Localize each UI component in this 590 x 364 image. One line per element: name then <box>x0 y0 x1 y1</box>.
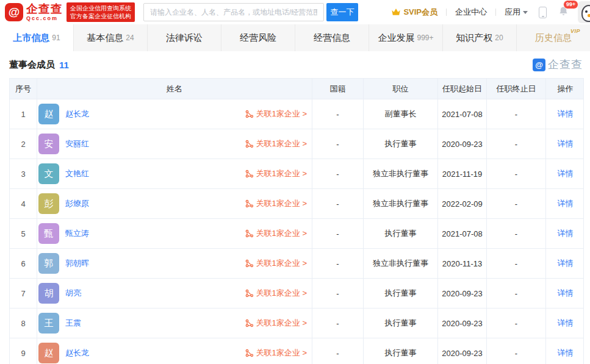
action-cell: 详情 <box>546 99 585 129</box>
top-header: @ 企查查 Qcc.com 全国企业信用查询系统 官方备案企业征信机构 查一下 … <box>0 0 590 24</box>
detail-link[interactable]: 详情 <box>558 318 574 329</box>
row-index: 3 <box>10 159 37 188</box>
end-date-cell: - <box>487 129 546 159</box>
person-name-link[interactable]: 彭燎原 <box>65 198 89 209</box>
person-name-link[interactable]: 赵长龙 <box>65 348 89 359</box>
qcc-logo[interactable]: @ 企查查 Qcc.com <box>5 3 63 21</box>
tab-business-info[interactable]: 经营信息 <box>295 24 369 51</box>
person-avatar: 胡 <box>38 283 59 304</box>
search-bar: 查一下 <box>143 3 358 21</box>
relation-label: 关联1家企业 > <box>256 348 307 359</box>
name-cell: 安安丽红关联1家企业 > <box>37 129 312 159</box>
start-date-cell: 2020-09-23 <box>438 309 487 338</box>
position-cell: 独立非执行董事 <box>364 189 438 218</box>
person-name-link[interactable]: 甄立涛 <box>65 228 89 239</box>
qcc-watermark: @ 企查查 <box>533 57 583 72</box>
end-date-cell: - <box>487 338 546 364</box>
name-cell: 甄甄立涛关联1家企业 > <box>37 219 312 248</box>
end-date-cell: - <box>487 99 546 129</box>
tab-business-risk[interactable]: 经营风险 <box>221 24 295 51</box>
svip-link[interactable]: SVIP会员 <box>391 7 437 18</box>
section-count: 11 <box>59 60 69 70</box>
relation-link[interactable]: 关联1家企业 > <box>245 168 307 179</box>
brand-name: 企查查 <box>26 3 63 15</box>
tab-listing-info[interactable]: 上市信息91 <box>0 24 74 51</box>
search-input[interactable] <box>143 3 324 21</box>
relation-link[interactable]: 关联1家企业 > <box>245 228 307 239</box>
name-cell: 赵赵长龙关联1家企业 > <box>37 99 312 129</box>
qcc-watermark-icon: @ <box>533 59 545 71</box>
tab-history-info[interactable]: 历史信息VIP <box>517 24 590 51</box>
relation-label: 关联1家企业 > <box>256 138 307 149</box>
position-cell: 执行董事 <box>364 129 438 159</box>
relation-label: 关联1家企业 > <box>256 228 307 239</box>
row-index: 4 <box>10 189 37 218</box>
tab-bar: 上市信息91基本信息24法律诉讼经营风险经营信息企业发展999+知识产权20历史… <box>0 24 590 51</box>
action-cell: 详情 <box>546 249 585 278</box>
detail-link[interactable]: 详情 <box>558 198 574 209</box>
position-cell: 执行董事 <box>364 309 438 338</box>
relation-label: 关联1家企业 > <box>256 318 307 329</box>
table-row: 1赵赵长龙关联1家企业 >-副董事长2021-07-08-详情 <box>10 99 583 129</box>
detail-link[interactable]: 详情 <box>558 109 574 120</box>
notification-bell[interactable]: 99+ <box>558 5 569 19</box>
person-name-link[interactable]: 赵长龙 <box>65 109 89 120</box>
avatar-image <box>581 5 590 22</box>
position-cell: 执行董事 <box>364 338 438 364</box>
detail-link[interactable]: 详情 <box>558 168 574 179</box>
relation-link[interactable]: 关联1家企业 > <box>245 138 307 149</box>
relation-link[interactable]: 关联1家企业 > <box>245 109 307 120</box>
table-row: 3文文艳红关联1家企业 >-独立非执行董事2021-11-19-详情 <box>10 159 583 188</box>
relation-link[interactable]: 关联1家企业 > <box>245 198 307 209</box>
nationality-cell: - <box>312 99 364 129</box>
table-row: 5甄甄立涛关联1家企业 >-执行董事2021-07-08-详情 <box>10 218 583 248</box>
position-cell: 独立非执行董事 <box>364 159 438 188</box>
brand-domain: Qcc.com <box>26 16 63 21</box>
nationality-cell: - <box>312 129 364 159</box>
relation-link[interactable]: 关联1家企业 > <box>245 258 307 269</box>
relation-link[interactable]: 关联1家企业 > <box>245 288 307 299</box>
relation-network-icon <box>245 199 254 208</box>
name-cell: 胡胡亮关联1家企业 > <box>37 279 312 308</box>
user-avatar[interactable] <box>578 1 590 23</box>
tab-legal-actions[interactable]: 法律诉讼 <box>148 24 221 51</box>
relation-link[interactable]: 关联1家企业 > <box>245 348 307 359</box>
tab-intellectual-property[interactable]: 知识产权20 <box>443 24 517 51</box>
tab-count: 24 <box>126 34 134 42</box>
mobile-app-icon[interactable] <box>539 7 547 18</box>
person-name-link[interactable]: 郭朝晖 <box>65 258 89 269</box>
start-date-cell: 2021-07-08 <box>438 99 487 129</box>
column-header-nationality: 国籍 <box>312 79 364 99</box>
person-avatar: 文 <box>38 163 59 184</box>
search-button[interactable]: 查一下 <box>326 3 358 21</box>
section-title: 董事会成员 <box>9 59 55 71</box>
row-index: 5 <box>10 219 37 248</box>
detail-link[interactable]: 详情 <box>558 258 574 269</box>
column-header-end-date: 任职终止日 <box>487 79 546 99</box>
person-name-link[interactable]: 文艳红 <box>65 168 89 179</box>
nationality-cell: - <box>312 159 364 188</box>
person-name-link[interactable]: 王震 <box>65 318 81 329</box>
person-avatar: 王 <box>38 313 59 334</box>
detail-link[interactable]: 详情 <box>558 288 574 299</box>
company-center-link[interactable]: 企业中心 <box>455 7 487 18</box>
person-name-link[interactable]: 安丽红 <box>65 138 89 149</box>
action-cell: 详情 <box>546 338 585 364</box>
detail-link[interactable]: 详情 <box>558 348 574 359</box>
detail-link[interactable]: 详情 <box>558 228 574 239</box>
apps-dropdown[interactable]: 应用 <box>505 7 528 18</box>
start-date-cell: 2020-11-13 <box>438 249 487 278</box>
certification-badge: 全国企业信用查询系统 官方备案企业征信机构 <box>67 2 135 22</box>
start-date-cell: 2021-11-19 <box>438 159 487 188</box>
person-avatar: 赵 <box>38 104 59 124</box>
tab-count: 91 <box>52 34 60 42</box>
end-date-cell: - <box>487 249 546 278</box>
person-name-link[interactable]: 胡亮 <box>65 288 81 299</box>
tab-company-development[interactable]: 企业发展999+ <box>369 24 443 51</box>
relation-link[interactable]: 关联1家企业 > <box>245 318 307 329</box>
name-cell: 王王震关联1家企业 > <box>37 309 312 338</box>
detail-link[interactable]: 详情 <box>558 138 574 149</box>
row-index: 8 <box>10 309 37 338</box>
tab-basic-info[interactable]: 基本信息24 <box>74 24 148 51</box>
action-cell: 详情 <box>546 129 585 159</box>
